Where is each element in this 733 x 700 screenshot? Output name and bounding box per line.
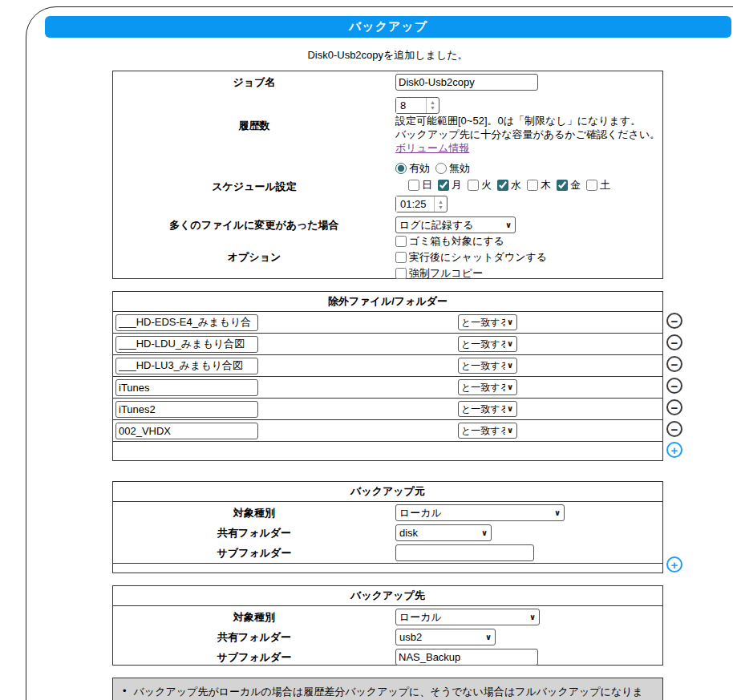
- history-label: 履歴数: [113, 93, 395, 159]
- source-subfolder-row: サブフォルダー: [113, 543, 662, 563]
- history-count-stepper[interactable]: ▲▼: [395, 97, 439, 114]
- options-label: オプション: [113, 235, 395, 280]
- remove-exclude-row-button[interactable]: −: [666, 421, 682, 437]
- dest-subfolder-label: サブフォルダー: [113, 647, 395, 667]
- schedule-enabled-radio[interactable]: 有効: [395, 161, 430, 176]
- schedule-label: スケジュール設定: [113, 159, 395, 215]
- bullet-icon: •: [123, 685, 127, 697]
- day-checkbox-wed[interactable]: 水: [497, 178, 521, 192]
- history-note-2: バックアップ先に十分な容量があるかご確認ください。: [395, 127, 662, 141]
- remove-exclude-row-button[interactable]: −: [666, 313, 682, 329]
- schedule-row: スケジュール設定 有効 無効 日 月: [113, 159, 662, 215]
- exclude-pattern-input[interactable]: [115, 336, 258, 353]
- status-message: Disk0-Usb2copyを追加しました。: [112, 48, 663, 63]
- source-subfolder-label: サブフォルダー: [113, 543, 395, 563]
- job-settings-form: ジョブ名 履歴数 ▲▼ 設定可能範囲[0~52]。0は「制限なし」になります。 …: [112, 71, 663, 279]
- dest-share-row: 共有フォルダー usb2 ∨: [113, 627, 662, 647]
- source-share-select[interactable]: disk: [395, 524, 492, 541]
- source-share-label: 共有フォルダー: [113, 523, 395, 543]
- info-note: • バックアップ先がローカルの場合は履歴差分バックアップに、そうでない場合はフル…: [112, 678, 663, 700]
- add-source-button[interactable]: +: [666, 556, 682, 573]
- dest-target-type-select[interactable]: ローカル: [395, 609, 540, 625]
- history-count-input[interactable]: [396, 98, 426, 113]
- remove-exclude-row-button[interactable]: −: [666, 378, 682, 394]
- day-checkbox-tue[interactable]: 火: [468, 178, 492, 192]
- stepper-arrows-icon[interactable]: ▲▼: [426, 98, 439, 113]
- exclude-match-select[interactable]: と一致する: [458, 336, 517, 352]
- job-name-label: ジョブ名: [113, 71, 395, 93]
- job-name-row: ジョブ名: [113, 71, 662, 93]
- dest-target-type-label: 対象種別: [113, 607, 395, 627]
- page-title: バックアップ: [45, 16, 731, 38]
- option-forcefull-checkbox[interactable]: 強制フルコピー: [395, 266, 657, 281]
- exclude-match-select[interactable]: と一致する: [458, 423, 517, 439]
- exclude-match-select[interactable]: と一致する: [458, 379, 517, 395]
- source-subfolder-input[interactable]: [395, 544, 534, 561]
- minus-icon: −: [671, 337, 678, 349]
- source-add-strip: [113, 563, 662, 574]
- schedule-time-input[interactable]: [396, 196, 434, 212]
- remove-exclude-row-button[interactable]: −: [666, 356, 682, 372]
- exclude-pattern-input[interactable]: [115, 423, 258, 439]
- many-changes-select[interactable]: ログに記録する: [395, 216, 516, 233]
- stepper-arrows-icon[interactable]: ▲▼: [434, 196, 447, 212]
- day-checkbox-sun[interactable]: 日: [408, 178, 432, 192]
- exclude-empty-row: [113, 442, 662, 463]
- backup-destination-table: バックアップ先 対象種別 ローカル ∨ 共有フォルダー usb2 ∨ サブフォル…: [112, 585, 663, 666]
- plus-icon: +: [671, 559, 678, 571]
- backup-destination-title: バックアップ先: [113, 586, 662, 606]
- minus-icon: −: [671, 315, 678, 327]
- day-checkbox-fri[interactable]: 金: [557, 178, 581, 192]
- add-exclude-row-button[interactable]: +: [666, 442, 682, 458]
- source-target-type-select[interactable]: ローカル: [395, 504, 565, 521]
- dest-share-label: 共有フォルダー: [113, 627, 395, 647]
- exclude-pattern-input[interactable]: [115, 401, 258, 418]
- volume-info-link[interactable]: ボリューム情報: [395, 141, 469, 156]
- dest-target-type-row: 対象種別 ローカル ∨: [113, 607, 662, 627]
- exclude-match-select[interactable]: と一致する: [458, 401, 517, 417]
- job-name-input[interactable]: [395, 74, 538, 91]
- exclude-row: と一致する∨: [113, 420, 662, 442]
- day-checkbox-mon[interactable]: 月: [438, 178, 462, 192]
- exclude-pattern-input[interactable]: [115, 314, 258, 331]
- exclude-row: と一致する∨: [113, 399, 662, 420]
- options-row: オプション ゴミ箱も対象にする 実行後にシャットダウンする 強制フルコピー: [113, 235, 662, 280]
- exclude-row: と一致する∨: [113, 377, 662, 399]
- schedule-time-stepper[interactable]: ▲▼: [395, 196, 447, 212]
- info-note-text: バックアップ先がローカルの場合は履歴差分バックアップに、そうでない場合はフルバッ…: [134, 685, 654, 700]
- dest-subfolder-input[interactable]: [395, 649, 538, 666]
- source-share-row: 共有フォルダー disk ∨: [113, 523, 662, 543]
- minus-icon: −: [671, 423, 678, 435]
- many-changes-label: 多くのファイルに変更があった場合: [113, 215, 395, 235]
- exclude-row: と一致する∨: [113, 334, 662, 355]
- exclude-match-select[interactable]: と一致する: [458, 314, 517, 330]
- minus-icon: −: [671, 402, 678, 414]
- dest-share-select[interactable]: usb2: [395, 629, 496, 645]
- exclude-table-title: 除外ファイル/フォルダー: [113, 292, 662, 312]
- source-target-type-row: 対象種別 ローカル ∨: [113, 503, 662, 523]
- remove-exclude-row-button[interactable]: −: [666, 399, 682, 415]
- exclude-pattern-input[interactable]: [115, 358, 258, 374]
- option-trashbox-checkbox[interactable]: ゴミ箱も対象にする: [395, 234, 657, 249]
- schedule-disabled-radio[interactable]: 無効: [435, 161, 470, 176]
- day-checkbox-sat[interactable]: 土: [586, 178, 610, 192]
- remove-exclude-row-button[interactable]: −: [666, 334, 682, 350]
- exclude-row: と一致する∨: [113, 355, 662, 377]
- exclude-pattern-input[interactable]: [115, 379, 258, 396]
- exclude-files-table: 除外ファイル/フォルダー と一致する∨ と一致する∨ と一致する∨ と一致する∨…: [112, 291, 663, 461]
- minus-icon: −: [671, 358, 678, 370]
- backup-source-title: バックアップ元: [113, 482, 662, 502]
- plus-icon: +: [671, 444, 678, 456]
- backup-source-table: バックアップ元 対象種別 ローカル ∨ 共有フォルダー disk ∨ サブフォル…: [112, 481, 663, 573]
- many-changes-row: 多くのファイルに変更があった場合 ログに記録する ∨: [113, 215, 662, 235]
- option-shutdown-checkbox[interactable]: 実行後にシャットダウンする: [395, 250, 657, 265]
- minus-icon: −: [671, 380, 678, 392]
- exclude-row: と一致する∨: [113, 312, 662, 334]
- source-target-type-label: 対象種別: [113, 503, 395, 523]
- exclude-match-select[interactable]: と一致する: [458, 358, 517, 374]
- day-checkbox-thu[interactable]: 木: [527, 178, 551, 192]
- history-row: 履歴数 ▲▼ 設定可能範囲[0~52]。0は「制限なし」になります。 バックアッ…: [113, 93, 662, 159]
- history-note-1: 設定可能範囲[0~52]。0は「制限なし」になります。: [395, 114, 662, 127]
- dest-subfolder-row: サブフォルダー: [113, 647, 662, 667]
